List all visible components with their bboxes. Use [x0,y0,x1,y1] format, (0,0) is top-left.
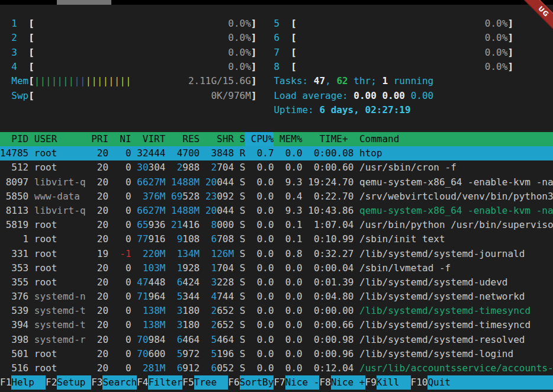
process-row-14785[interactable]: 14785 root 20 0 32444 4700 3848 R 0.7 0.… [0,146,553,160]
process-row-398[interactable]: 398 systemd-r 20 0 70984 6464 5464 S 0.0… [0,333,553,347]
uptime-row: Uptime: 6 days, 02:27:19 [0,103,553,117]
header-left[interactable]: PID USER PRI NI VIRT RES SHR S [0,133,245,144]
fnlabel-f9[interactable]: Kill [377,375,411,390]
fnkey-f2[interactable]: F2 [46,375,57,390]
process-row-5819[interactable]: 5819 root 20 0 65936 21416 8000 S 0.0 0.… [0,218,553,232]
fnlabel-f1[interactable]: Help [11,375,46,390]
cpu-meter-row-2-6: 2 [ 0.0%] 6 [ 0.0%] [0,31,553,45]
header-right[interactable]: MEM% TIME+ Command [274,133,553,144]
fnkey-f10[interactable]: F10 [411,375,428,390]
fnkey-f1[interactable]: F1 [0,375,11,390]
fnkey-f7[interactable]: F7 [274,375,285,390]
fnlabel-f7[interactable]: Nice - [285,375,320,390]
fnkey-f3[interactable]: F3 [91,375,102,390]
process-row-539[interactable]: 539 systemd-t 20 0 138M 3180 2652 S 0.0 … [0,304,553,318]
fnkey-f9[interactable]: F9 [365,375,377,390]
process-row-512[interactable]: 512 root 20 0 30304 2988 2704 S 0.0 0.0 … [0,160,553,175]
process-row-8113[interactable]: 8113 libvirt-q 20 0 6627M 1488M 20044 S … [0,204,553,218]
process-row-8097[interactable]: 8097 libvirt-q 20 0 6627M 1488M 20044 S … [0,175,553,189]
fnkey-f4[interactable]: F4 [137,375,148,390]
process-row-501[interactable]: 501 root 20 0 70600 5972 5196 S 0.0 0.0 … [0,347,553,361]
process-row-331[interactable]: 331 root 19 -1 220M 134M 126M S 0.0 0.8 … [0,247,553,261]
table-header[interactable]: PID USER PRI NI VIRT RES SHR S CPU% MEM%… [0,132,553,146]
process-row-376[interactable]: 376 systemd-n 20 0 71964 5344 4744 S 0.0… [0,290,553,304]
fnkey-f5[interactable]: F5 [182,375,194,390]
mem-meter-and-tasks: Mem[||||||||||||||||| 2.11G/15.6G] Tasks… [0,74,553,88]
process-row-394[interactable]: 394 systemd-t 20 0 138M 3180 2652 S 0.0 … [0,318,553,332]
terminal-tab[interactable] [57,0,111,5]
process-row-1[interactable]: 1 root 20 0 77916 9108 6708 S 0.0 0.1 0:… [0,232,553,246]
process-table: PID USER PRI NI VIRT RES SHR S CPU% MEM%… [0,132,553,375]
fnlabel-f5[interactable]: Tree [194,375,229,390]
fnlabel-f2[interactable]: Setup [57,375,91,390]
htop-header-meters: 1 [ 0.0%] 5 [ 0.0%] 2 [ 0.0%] 6 [ 0.0%] … [0,17,553,117]
process-row-355[interactable]: 355 root 20 0 47448 6424 3228 S 0.0 0.0 … [0,275,553,290]
table-body: 14785 root 20 0 32444 4700 3848 R 0.7 0.… [0,146,553,375]
header-sort-column-cpu[interactable]: CPU% [245,132,274,146]
fnkey-f6[interactable]: F6 [228,375,239,390]
fnlabel-f10[interactable]: Quit [427,375,553,390]
fnlabel-f8[interactable]: Nice + [331,375,365,390]
function-key-bar: F1Help F2Setup F3SearchF4FilterF5Tree F6… [0,375,553,390]
fnlabel-f4[interactable]: Filter [148,375,182,390]
cpu-meter-row-1-5: 1 [ 0.0%] 5 [ 0.0%] [0,17,553,31]
process-row-516[interactable]: 516 root 20 0 281M 6912 6052 S 0.0 0.0 0… [0,361,553,375]
swp-meter-and-load-average: Swp[ 0K/976M] Load average: 0.00 0.00 0.… [0,89,553,103]
fnlabel-f3[interactable]: Search [102,375,137,390]
cpu-meter-row-4-8: 4 [ 0.0%] 8 [ 0.0%] [0,60,553,74]
fnlabel-f6[interactable]: SortBy [240,375,274,390]
process-row-353[interactable]: 353 root 20 0 103M 1928 1704 S 0.0 0.0 0… [0,261,553,275]
fnkey-f8[interactable]: F8 [319,375,330,390]
process-row-5850[interactable]: 5850 www-data 20 0 376M 69528 23092 S 0.… [0,189,553,204]
cpu-meter-row-3-7: 3 [ 0.0%] 7 [ 0.0%] [0,46,553,60]
